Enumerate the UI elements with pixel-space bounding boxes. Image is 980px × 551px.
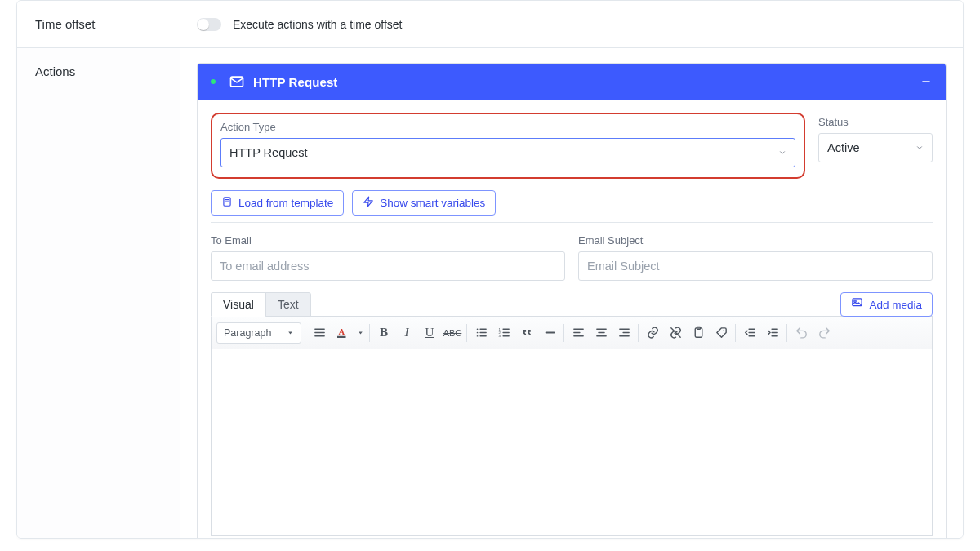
align-justify-icon[interactable] — [308, 322, 331, 344]
collapse-button[interactable] — [918, 73, 934, 90]
bullet-list-icon[interactable] — [470, 322, 492, 344]
tab-visual[interactable]: Visual — [211, 292, 266, 317]
editor-canvas[interactable] — [211, 349, 933, 536]
row-label-time-offset: Time offset — [17, 1, 180, 47]
time-offset-toggle[interactable] — [197, 18, 221, 31]
load-template-button[interactable]: Load from template — [211, 190, 344, 216]
chevron-down-icon — [915, 144, 924, 152]
action-card: HTTP Request Action Type HTTP Request — [197, 63, 947, 539]
strikethrough-icon[interactable]: ABC — [441, 322, 464, 344]
template-icon — [221, 196, 233, 210]
paste-icon[interactable] — [687, 322, 710, 344]
numbered-list-icon[interactable]: 123 — [492, 322, 515, 344]
svg-marker-8 — [288, 331, 292, 334]
svg-point-17 — [476, 335, 478, 337]
tab-text[interactable]: Text — [265, 292, 311, 317]
row-label-actions: Actions — [17, 48, 180, 539]
envelope-icon — [229, 73, 245, 90]
bold-icon[interactable]: B — [372, 322, 395, 344]
align-right-icon[interactable] — [612, 322, 635, 344]
svg-point-16 — [476, 332, 478, 334]
add-media-label: Add media — [869, 299, 922, 311]
blockquote-icon[interactable] — [515, 322, 538, 344]
action-type-value: HTTP Request — [229, 146, 308, 159]
status-dot-icon — [211, 79, 216, 84]
status-label: Status — [818, 116, 933, 128]
link-icon[interactable] — [641, 322, 664, 344]
time-offset-toggle-label: Execute actions with a time offset — [233, 18, 403, 31]
align-left-icon[interactable] — [567, 322, 590, 344]
paragraph-select-label: Paragraph — [224, 327, 271, 339]
email-subject-input[interactable] — [578, 251, 933, 281]
show-smart-variables-label: Show smart variables — [380, 197, 485, 209]
svg-point-15 — [476, 328, 478, 330]
action-type-label: Action Type — [220, 121, 795, 133]
bolt-icon — [363, 196, 374, 210]
italic-icon[interactable]: I — [395, 322, 418, 344]
load-template-label: Load from template — [238, 197, 333, 209]
add-media-button[interactable]: Add media — [840, 292, 933, 317]
align-center-icon[interactable] — [590, 322, 612, 344]
svg-text:A: A — [339, 327, 345, 336]
outdent-icon[interactable] — [738, 322, 761, 344]
horizontal-rule-icon[interactable] — [538, 322, 561, 344]
to-email-input[interactable] — [211, 251, 565, 281]
svg-rect-13 — [337, 335, 346, 337]
svg-text:3: 3 — [498, 334, 501, 338]
action-type-highlight: Action Type HTTP Request — [211, 113, 805, 179]
paragraph-select[interactable]: Paragraph — [216, 322, 301, 344]
text-color-icon[interactable]: A — [331, 322, 354, 344]
svg-marker-5 — [364, 197, 373, 207]
status-select[interactable]: Active — [818, 133, 933, 162]
email-subject-label: Email Subject — [578, 234, 933, 247]
chevron-down-icon — [778, 149, 786, 157]
svg-marker-14 — [359, 331, 363, 334]
tag-icon[interactable] — [710, 322, 733, 344]
status-value: Active — [827, 141, 860, 154]
indent-icon[interactable] — [761, 322, 784, 344]
show-smart-variables-button[interactable]: Show smart variables — [352, 190, 496, 216]
editor-toolbar: Paragraph A — [211, 316, 933, 349]
undo-icon[interactable] — [790, 322, 813, 344]
unlink-icon[interactable] — [664, 322, 687, 344]
text-color-dropdown-icon[interactable] — [354, 322, 367, 344]
action-header[interactable]: HTTP Request — [198, 64, 946, 100]
caret-down-icon — [287, 329, 294, 336]
action-title: HTTP Request — [253, 75, 337, 89]
underline-icon[interactable]: U — [418, 322, 441, 344]
to-email-label: To Email — [211, 234, 565, 247]
redo-icon[interactable] — [813, 322, 835, 344]
svg-point-40 — [723, 330, 724, 331]
action-type-select[interactable]: HTTP Request — [220, 138, 795, 167]
media-icon — [851, 297, 863, 312]
